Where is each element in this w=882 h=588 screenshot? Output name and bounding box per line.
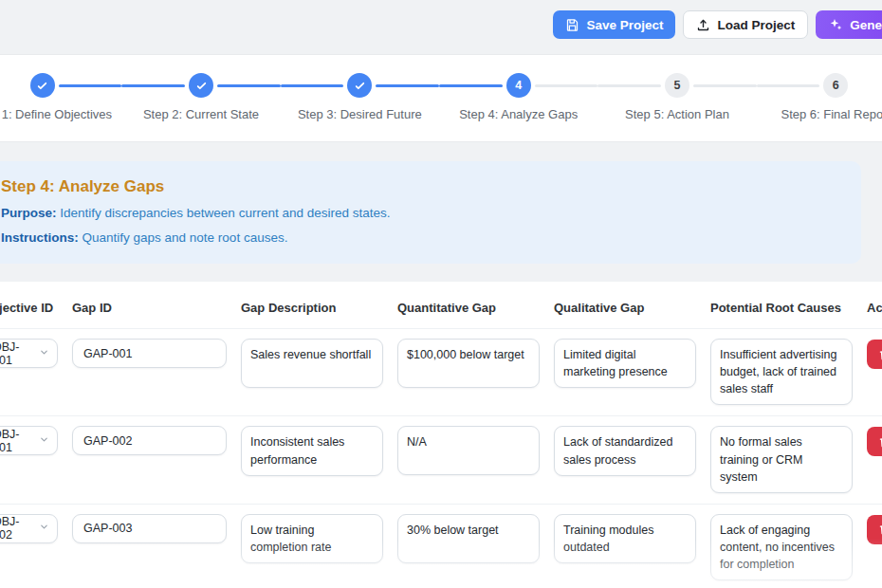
header-qualitative-gap: Qualitative Gap bbox=[554, 301, 696, 315]
step-2-circle: 2 bbox=[189, 73, 213, 98]
step-1-circle: 1 bbox=[30, 73, 55, 98]
table-row: OBJ-001 Sales revenue shortfall $100,000… bbox=[0, 329, 882, 416]
quantitative-gap-textarea[interactable]: $100,000 below target bbox=[397, 339, 540, 388]
save-icon bbox=[565, 18, 579, 32]
delete-row-button[interactable] bbox=[867, 340, 882, 369]
gap-id-input[interactable] bbox=[72, 426, 227, 455]
sparkles-icon bbox=[828, 17, 843, 32]
chevron-down-icon bbox=[39, 347, 49, 360]
step-6-circle: 6 bbox=[823, 73, 848, 98]
quantitative-gap-textarea[interactable]: N/A bbox=[397, 426, 540, 475]
gaps-table: Objective ID Gap ID Gap Description Quan… bbox=[0, 282, 882, 588]
app-container: Save Project Load Project Generate Repor… bbox=[0, 0, 882, 588]
purpose-label: Purpose: bbox=[1, 206, 57, 220]
objective-id-select[interactable]: OBJ-001 bbox=[0, 426, 58, 455]
load-project-button[interactable]: Load Project bbox=[683, 10, 808, 39]
root-causes-textarea[interactable]: No formal sales training or CRM system bbox=[710, 426, 853, 492]
trash-icon bbox=[878, 348, 882, 361]
stepper-step-5[interactable]: 5 Step 5: Action Plan bbox=[597, 73, 756, 121]
delete-row-button[interactable] bbox=[867, 515, 882, 544]
qualitative-gap-textarea[interactable]: Limited digital marketing presence bbox=[554, 339, 696, 388]
chevron-down-icon bbox=[39, 434, 49, 448]
stepper-step-3[interactable]: 3 Step 3: Desired Future bbox=[281, 73, 439, 121]
delete-row-button[interactable] bbox=[867, 427, 882, 456]
table-header-row: Objective ID Gap ID Gap Description Quan… bbox=[0, 293, 882, 329]
gap-description-textarea[interactable]: Sales revenue shortfall bbox=[241, 339, 383, 388]
gap-id-input[interactable] bbox=[72, 514, 227, 543]
step-3-circle: 3 bbox=[347, 73, 372, 98]
stepper: 1 Step 1: Define Objectives 2 Step 2: Cu… bbox=[0, 73, 882, 121]
check-icon bbox=[36, 80, 48, 92]
step-2-label: Step 2: Current State bbox=[143, 107, 259, 121]
root-causes-textarea[interactable]: Lack of engaging content, no incentives … bbox=[710, 514, 853, 580]
stepper-step-2[interactable]: 2 Step 2: Current State bbox=[121, 73, 280, 121]
chevron-down-icon bbox=[39, 522, 49, 535]
instructions-label: Instructions: bbox=[1, 230, 79, 245]
objective-id-select[interactable]: OBJ-002 bbox=[0, 514, 58, 543]
step-1-label: Step 1: Define Objectives bbox=[0, 107, 112, 121]
check-icon bbox=[354, 80, 366, 92]
quantitative-gap-textarea[interactable]: 30% below target bbox=[397, 514, 540, 563]
generate-report-button[interactable]: Generate Report bbox=[816, 10, 882, 39]
stepper-step-6[interactable]: 6 Step 6: Final Report bbox=[757, 73, 882, 121]
toolbar: Save Project Load Project Generate Repor… bbox=[0, 0, 882, 54]
stepper-step-1[interactable]: 1 Step 1: Define Objectives bbox=[0, 73, 121, 121]
step-3-label: Step 3: Desired Future bbox=[298, 107, 422, 121]
objective-id-select[interactable]: OBJ-001 bbox=[0, 339, 58, 368]
stepper-step-4[interactable]: 4 Step 4: Analyze Gaps bbox=[439, 73, 597, 121]
step-6-label: Step 6: Final Report bbox=[781, 107, 882, 121]
save-project-button[interactable]: Save Project bbox=[553, 10, 675, 39]
gap-description-textarea[interactable]: Inconsistent sales performance bbox=[241, 426, 383, 475]
check-icon bbox=[195, 80, 208, 92]
table-row: OBJ-001 Inconsistent sales performance N… bbox=[0, 416, 882, 504]
qualitative-gap-textarea[interactable]: Training modules outdated bbox=[554, 514, 696, 563]
trash-icon bbox=[878, 523, 882, 536]
header-gap-id: Gap ID bbox=[72, 301, 227, 315]
trash-icon bbox=[878, 435, 882, 449]
stepper-card: 1 Step 1: Define Objectives 2 Step 2: Cu… bbox=[0, 54, 882, 142]
instructions-line: Instructions: Quantify gaps and note roo… bbox=[1, 229, 842, 248]
table-row: OBJ-002 Low training completion rate 30%… bbox=[0, 505, 882, 588]
purpose-line: Purpose: Identify discrepancies between … bbox=[1, 204, 842, 223]
step-title: Step 4: Analyze Gaps bbox=[1, 175, 842, 198]
gap-description-textarea[interactable]: Low training completion rate bbox=[241, 514, 383, 563]
header-quantitative-gap: Quantitative Gap bbox=[397, 301, 540, 315]
qualitative-gap-textarea[interactable]: Lack of standardized sales process bbox=[554, 426, 696, 475]
header-gap-description: Gap Description bbox=[241, 301, 383, 315]
header-actions: Actions bbox=[867, 301, 882, 315]
root-causes-textarea[interactable]: Insufficient advertising budget, lack of… bbox=[710, 339, 853, 405]
step-4-circle: 4 bbox=[506, 73, 531, 98]
step-5-circle: 5 bbox=[665, 73, 689, 98]
gap-id-input[interactable] bbox=[72, 339, 227, 368]
step-info-panel: Step 4: Analyze Gaps Purpose: Identify d… bbox=[0, 161, 861, 264]
header-root-causes: Potential Root Causes bbox=[710, 301, 853, 315]
upload-icon bbox=[696, 18, 710, 32]
step-4-label: Step 4: Analyze Gaps bbox=[459, 107, 578, 121]
header-objective-id: Objective ID bbox=[0, 301, 58, 315]
step-5-label: Step 5: Action Plan bbox=[625, 107, 729, 121]
